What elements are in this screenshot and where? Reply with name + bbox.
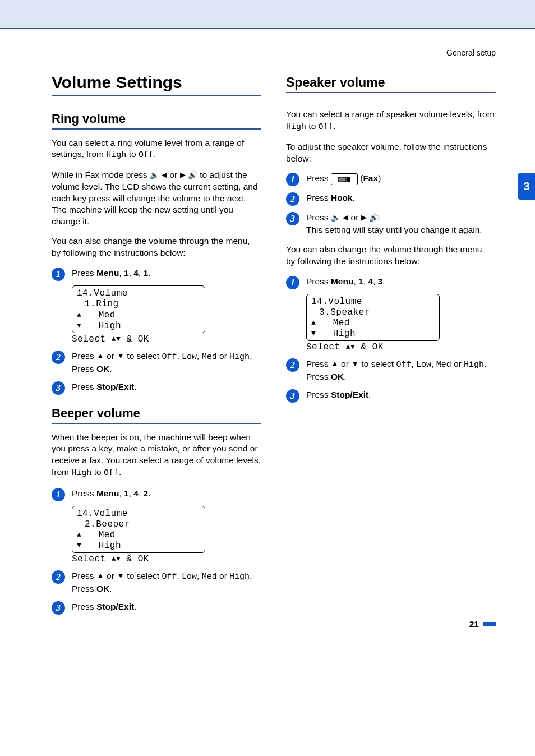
beeper-step-1: 1 Press Menu, 1, 4, 2. <box>52 487 261 501</box>
step-number-1: 1 <box>52 268 65 281</box>
value-off: Off <box>139 150 154 160</box>
beeper-step-2: 2 Press ▲ or ▼ to select Off, Low, Med o… <box>52 570 261 595</box>
lcd-display-ring: 14.Volume 1.Ring ▲ Med ▼ High <box>72 285 205 333</box>
digit: 1 <box>358 276 363 286</box>
arrow-down-icon: ▼ <box>117 351 124 362</box>
ring-paragraph-3: You can also change the volume through t… <box>52 236 261 259</box>
text: Press <box>72 382 96 391</box>
text: . <box>334 121 336 131</box>
text: Press <box>306 173 331 183</box>
text: & OK <box>121 554 149 564</box>
arrow-up-icon: ▲ <box>77 531 81 540</box>
lcd-line: ▼ High <box>311 329 435 339</box>
arrow-down-icon: ▼ <box>311 329 316 338</box>
digit: 4 <box>133 268 139 278</box>
text: or <box>104 351 117 361</box>
lcd-line: 1.Ring <box>77 299 200 310</box>
option-off: Off <box>162 352 177 362</box>
footer-accent-bar <box>483 622 496 626</box>
arrow-up-icon: ▲ <box>77 311 81 320</box>
speaker-step-3: 3 Press 🔈 ◀ or ▶ 🔊. This setting will st… <box>286 211 496 236</box>
lcd-value: High <box>99 541 121 551</box>
speaker-menu-step-1: 1 Press Menu, 1, 4, 3. <box>286 275 496 289</box>
arrow-up-icon: ▲ <box>346 343 350 351</box>
text: . <box>353 193 355 202</box>
lcd-value: High <box>333 329 356 339</box>
text: Press <box>72 351 96 361</box>
speaker-paragraph-2: To adjust the speaker volume, follow the… <box>286 141 496 165</box>
fax-button-icon <box>331 173 358 186</box>
ring-step-3: 3 Press Stop/Exit. <box>52 381 261 395</box>
digit: 2 <box>144 488 149 498</box>
menu-key: Menu <box>331 276 353 286</box>
lcd-line: 14.Volume <box>311 297 435 307</box>
text: . <box>109 364 112 374</box>
value-off: Off <box>319 122 334 132</box>
arrow-left-icon: ◀ <box>343 213 348 223</box>
lcd-footer: Select ▲▼ & OK <box>72 334 261 344</box>
option-low: Low <box>182 572 197 582</box>
speaker-paragraph-3: You can also change the volume through t… <box>286 244 496 268</box>
header-band <box>0 0 535 28</box>
option-med: Med <box>202 352 217 362</box>
arrow-up-icon: ▲ <box>112 335 116 343</box>
subsection-title-ring: Ring volume <box>52 112 261 130</box>
text: to <box>306 121 319 131</box>
breadcrumb: General setup <box>52 48 496 57</box>
option-low: Low <box>182 352 197 362</box>
speaker-low-icon: 🔈 <box>150 170 159 181</box>
step-number-1: 1 <box>52 488 65 501</box>
text: to select <box>124 571 162 580</box>
step-number-1: 1 <box>286 173 299 186</box>
step-number-2: 2 <box>52 570 65 584</box>
text: Press <box>306 213 331 222</box>
text: or <box>339 359 351 368</box>
step-body: Press 🔈 ◀ or ▶ 🔊. This setting will stay… <box>306 211 496 236</box>
speaker-high-icon: 🔊 <box>188 170 197 181</box>
speaker-low-icon: 🔈 <box>331 213 340 224</box>
arrow-left-icon: ◀ <box>162 170 167 180</box>
text: Press <box>72 571 96 580</box>
text: . <box>134 382 136 391</box>
lcd-footer: Select ▲▼ & OK <box>306 342 496 352</box>
text: or <box>348 213 361 222</box>
text: or <box>217 571 229 580</box>
arrow-down-icon: ▼ <box>77 541 81 550</box>
text: or <box>451 359 464 368</box>
text: or <box>217 351 229 361</box>
speaker-step-2: 2 Press Hook. <box>286 192 496 206</box>
svg-rect-1 <box>347 177 350 182</box>
two-column-layout: Volume Settings Ring volume You can sele… <box>52 73 496 618</box>
digit: 3 <box>378 276 383 286</box>
digit: 1 <box>124 488 129 498</box>
option-high: High <box>229 572 250 582</box>
speaker-menu-step-3: 3 Press Stop/Exit. <box>286 389 496 403</box>
text: Select <box>306 342 346 352</box>
ring-paragraph-1: You can select a ring volume level from … <box>52 137 261 162</box>
option-off: Off <box>162 572 177 582</box>
lcd-line: 14.Volume <box>77 288 200 299</box>
step-number-1: 1 <box>286 276 299 289</box>
step-number-2: 2 <box>286 358 299 372</box>
step-body: Press Stop/Exit. <box>306 389 496 401</box>
section-title-volume-settings: Volume Settings <box>52 73 261 96</box>
digit: 1 <box>144 268 149 278</box>
text: Select <box>72 334 112 344</box>
text: . <box>379 213 381 222</box>
text: & OK <box>121 334 149 344</box>
text: , <box>353 276 358 286</box>
ok-key: OK <box>96 584 109 593</box>
step-number-2: 2 <box>52 351 65 364</box>
ok-key: OK <box>96 364 109 374</box>
text: or <box>104 571 117 580</box>
digit: 4 <box>368 276 373 286</box>
text: to select <box>359 359 396 368</box>
lcd-value: Med <box>99 310 116 320</box>
text: or <box>167 170 179 179</box>
stop-exit-key: Stop/Exit <box>96 382 134 391</box>
step-body: Press ▲ or ▼ to select Off, Low, Med or … <box>306 358 496 383</box>
arrow-up-icon: ▲ <box>311 319 316 328</box>
text: to <box>91 467 104 477</box>
value-off: Off <box>104 468 119 478</box>
menu-key: Menu <box>96 488 119 498</box>
